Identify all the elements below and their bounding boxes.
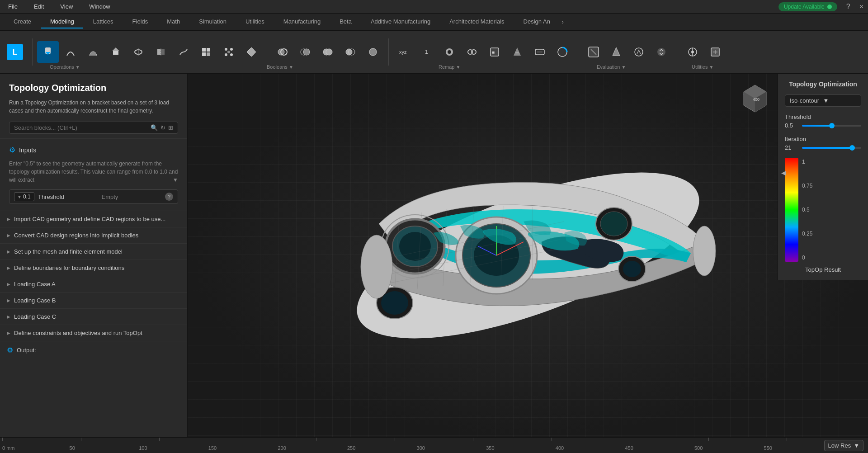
threshold-help-button[interactable]: ? — [165, 193, 173, 201]
tool-grid[interactable] — [195, 41, 217, 63]
toolbar-separator-1 — [267, 38, 267, 66]
scale-label-075: 0.75 — [802, 183, 812, 189]
tab-modeling[interactable]: Modeling — [41, 15, 83, 28]
section-label: Define constraints and objectives and ru… — [14, 330, 142, 336]
search-bar[interactable]: 🔍 ↻ ⊞ — [9, 122, 178, 134]
tool-eval-3[interactable] — [628, 41, 650, 63]
menu-window[interactable]: Window — [85, 1, 113, 12]
tool-bool-1[interactable] — [272, 41, 293, 63]
tool-remap-6[interactable] — [506, 41, 528, 63]
svg-rect-11 — [202, 52, 206, 56]
section-loading-b-header[interactable]: ▶ Loading Case B — [0, 293, 187, 308]
section-boundaries-header[interactable]: ▶ Define boundaries for boundary conditi… — [0, 260, 187, 276]
tool-bool-5[interactable] — [362, 41, 384, 63]
tool-diamond[interactable] — [241, 41, 262, 63]
tab-lattices[interactable]: Lattices — [84, 15, 123, 28]
tool-remap-2[interactable]: 1 — [416, 41, 438, 63]
tool-bool-3[interactable] — [317, 41, 339, 63]
svg-point-72 — [361, 235, 392, 298]
threshold-label: Threshold — [38, 193, 98, 200]
threshold-slider-thumb[interactable] — [829, 123, 835, 128]
scale-label-0: 0 — [802, 255, 812, 261]
tool-util-1[interactable] — [682, 41, 703, 63]
svg-marker-37 — [514, 47, 521, 56]
menu-file[interactable]: File — [5, 1, 21, 12]
refresh-icon[interactable]: ↻ — [160, 124, 165, 131]
tool-shell[interactable] — [82, 41, 104, 63]
threshold-value-display[interactable]: ▼ 0.1 — [14, 192, 34, 201]
lowres-label: Low Res — [828, 442, 851, 449]
svg-point-45 — [635, 48, 643, 56]
close-icon[interactable]: × — [859, 3, 863, 11]
tool-extrude[interactable] — [105, 41, 127, 63]
threshold-slider-fill — [802, 125, 832, 127]
tool-remap-3[interactable] — [439, 41, 460, 63]
tool-push-pull[interactable] — [37, 41, 59, 63]
section-arrow: ▶ — [7, 330, 10, 335]
threshold-slider[interactable] — [802, 125, 861, 127]
menu-view[interactable]: View — [57, 1, 76, 12]
tab-design[interactable]: Design An — [514, 15, 559, 28]
tab-fields[interactable]: Fields — [123, 15, 157, 28]
tab-overflow-arrow[interactable]: › — [560, 19, 566, 25]
gizmo[interactable]: 400 — [737, 80, 773, 117]
viewport[interactable]: 400 — [188, 74, 868, 437]
tool-util-2[interactable] — [704, 41, 726, 63]
iteration-slider-thumb[interactable] — [849, 145, 855, 151]
search-input[interactable] — [14, 124, 147, 131]
iso-contour-dropdown[interactable]: Iso-contour ▼ — [785, 94, 861, 107]
tab-architected[interactable]: Architected Materials — [440, 15, 513, 28]
booleans-label[interactable]: Booleans ▼ — [267, 64, 293, 70]
utilities-label[interactable]: Utilities ▼ — [692, 64, 713, 70]
tool-curve[interactable] — [60, 41, 81, 63]
section-label: Loading Case C — [14, 313, 56, 320]
tool-remap-4[interactable] — [461, 41, 483, 63]
section-mesh-header[interactable]: ▶ Set up the mesh and finite element mod… — [0, 244, 187, 260]
section-constraints-header[interactable]: ▶ Define constraints and objectives and … — [0, 325, 187, 341]
tool-eval-2[interactable] — [605, 41, 627, 63]
model-3d[interactable] — [325, 142, 731, 368]
tool-mirror[interactable] — [150, 41, 172, 63]
tool-bool-4[interactable] — [340, 41, 361, 63]
threshold-slider-row: 0.5 — [785, 122, 861, 129]
tool-remap-5[interactable]: ■ — [484, 41, 505, 63]
tab-additive[interactable]: Additive Manufacturing — [362, 15, 439, 28]
tool-remap-8[interactable] — [552, 41, 573, 63]
tab-beta[interactable]: Beta — [330, 15, 361, 28]
search-icon[interactable]: 🔍 — [151, 124, 158, 131]
remap-label[interactable]: Remap ▼ — [439, 64, 460, 70]
section-import-cad: ▶ Import CAD geometry and define CAD reg… — [0, 211, 187, 227]
tab-manufacturing[interactable]: Manufacturing — [274, 15, 330, 28]
iteration-slider[interactable] — [802, 147, 861, 149]
tool-helix[interactable] — [173, 41, 194, 63]
add-icon[interactable]: ⊞ — [168, 124, 173, 131]
tool-revolve[interactable] — [127, 41, 149, 63]
tab-utilities[interactable]: Utilities — [236, 15, 274, 28]
tab-simulation[interactable]: Simulation — [190, 15, 236, 28]
color-scale-arrow[interactable]: ◀ — [781, 169, 786, 176]
section-output-header[interactable]: ⚙ Output: — [0, 341, 187, 359]
gear-icon: ⚙ — [9, 146, 15, 154]
operations-label[interactable]: Operations ▼ — [50, 64, 80, 70]
tool-pattern[interactable] — [218, 41, 240, 63]
evaluation-label[interactable]: Evaluation ▼ — [597, 64, 626, 70]
app-logo: L — [7, 44, 23, 60]
svg-point-48 — [691, 51, 694, 53]
update-button[interactable]: Update Available — [778, 2, 837, 11]
section-convert-cad-header[interactable]: ▶ Convert CAD design regions into Implic… — [0, 227, 187, 243]
menu-edit[interactable]: Edit — [30, 1, 47, 12]
expand-desc-arrow[interactable]: ▼ — [173, 176, 178, 184]
iteration-slider-fill — [802, 147, 852, 149]
tool-eval-4[interactable] — [651, 41, 672, 63]
section-loading-c-header[interactable]: ▶ Loading Case C — [0, 309, 187, 325]
help-icon[interactable]: ? — [846, 3, 850, 11]
section-import-cad-header[interactable]: ▶ Import CAD geometry and define CAD reg… — [0, 211, 187, 227]
tab-math[interactable]: Math — [158, 15, 189, 28]
tool-eval-1[interactable] — [583, 41, 604, 63]
section-loading-a-header[interactable]: ▶ Loading Case A — [0, 276, 187, 292]
lowres-dropdown[interactable]: Low Res ▼ — [824, 440, 863, 451]
tool-bool-2[interactable] — [294, 41, 316, 63]
tool-remap-7[interactable] — [529, 41, 551, 63]
tab-create[interactable]: Create — [5, 15, 40, 28]
tool-remap-1[interactable]: xyz — [393, 41, 415, 63]
